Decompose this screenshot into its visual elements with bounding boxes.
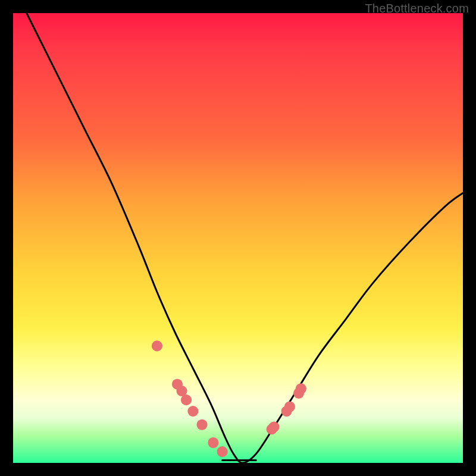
marker-point xyxy=(284,401,295,412)
marker-point xyxy=(217,446,227,457)
chart-svg xyxy=(13,13,463,463)
marker-point xyxy=(208,437,218,448)
bottleneck-curve xyxy=(27,13,463,463)
marker-point xyxy=(187,406,198,416)
marker-point xyxy=(181,394,192,405)
marker-point xyxy=(268,421,279,432)
marker-point xyxy=(196,419,207,430)
chart-frame: TheBottleneck.com xyxy=(0,0,476,476)
marker-point xyxy=(152,340,162,351)
marker-point xyxy=(296,383,306,394)
watermark-text: TheBottleneck.com xyxy=(365,2,469,15)
plot-area xyxy=(13,13,463,463)
marker-group xyxy=(152,340,306,457)
